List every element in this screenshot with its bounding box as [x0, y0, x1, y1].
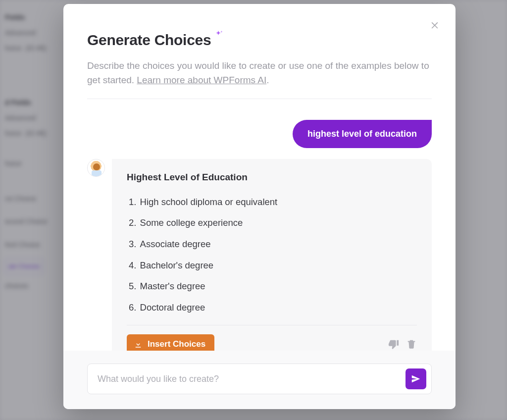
trash-icon[interactable] [406, 339, 417, 350]
modal-title: Generate Choices [87, 32, 211, 49]
list-item: Some college experience [129, 212, 417, 234]
modal-header: Generate Choices Describe the choices yo… [63, 4, 456, 111]
generate-choices-modal: Generate Choices Describe the choices yo… [63, 4, 456, 409]
list-item: Master's degree [129, 276, 417, 297]
sparkle-icon [213, 30, 224, 41]
insert-choices-button[interactable]: Insert Choices [127, 334, 214, 351]
prompt-input-area [63, 351, 456, 409]
modal-subtitle-tail: . [266, 75, 269, 85]
list-item: Bachelor's degree [129, 255, 417, 276]
learn-more-link[interactable]: Learn more about WPForms AI [137, 75, 266, 85]
card-divider [127, 325, 417, 325]
ai-response-card: Highest Level of Education High school d… [112, 159, 432, 351]
ai-avatar [87, 159, 105, 177]
chat-area: highest level of education Highest Level… [63, 111, 456, 351]
modal-subtitle: Describe the choices you would like to c… [87, 58, 432, 88]
list-item: Doctoral degree [129, 297, 417, 318]
list-item: Associate degree [129, 234, 417, 255]
send-icon [410, 373, 421, 384]
close-icon [430, 20, 440, 30]
ai-response-title: Highest Level of Education [127, 172, 417, 183]
list-item: High school diploma or equivalent [129, 192, 417, 213]
ai-response-row: Highest Level of Education High school d… [87, 159, 432, 351]
card-actions: Insert Choices [127, 334, 417, 351]
send-button[interactable] [406, 368, 426, 389]
download-icon [134, 340, 143, 349]
prompt-input[interactable] [98, 374, 406, 384]
close-button[interactable] [428, 18, 442, 32]
header-divider [87, 99, 432, 99]
insert-button-label: Insert Choices [148, 339, 205, 349]
thumbs-down-icon[interactable] [388, 339, 399, 350]
user-message-bubble: highest level of education [293, 120, 432, 148]
generated-choices-list: High school diploma or equivalent Some c… [127, 192, 417, 318]
prompt-input-bar[interactable] [87, 364, 432, 394]
